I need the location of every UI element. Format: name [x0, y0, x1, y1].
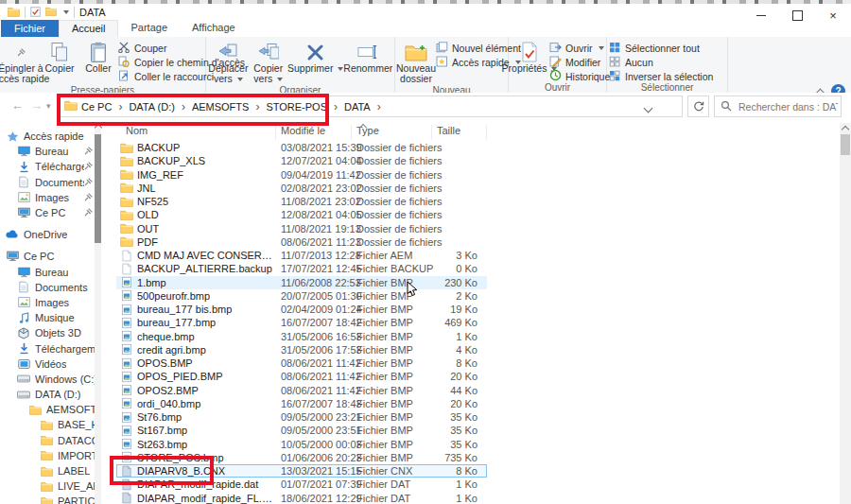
table-row[interactable]: IMG_REF 09/04/2019 11:42 Dossier de fich… [116, 168, 487, 182]
sidebar-item-documents[interactable]: Documents [0, 280, 95, 295]
scroll-up-icon[interactable] [842, 126, 849, 133]
table-row[interactable]: St263.bmp 10/05/2000 00:03 Fichier BMP 3… [116, 438, 487, 451]
sidebar-item-images[interactable]: Images [0, 295, 95, 310]
sidebar-item-live-aemsoi[interactable]: LIVE_AEMSOI [0, 478, 95, 494]
table-row[interactable]: DIAPAR_modif_rapide_FL.dat 18/06/2021 12… [116, 492, 487, 504]
cloud-icon [6, 229, 19, 241]
sidebar-scrollbar-thumb[interactable] [95, 134, 101, 243]
table-row[interactable]: 500peurofr.bmp 20/07/2005 01:30 Fichier … [116, 289, 487, 303]
table-row[interactable]: OLD 12/08/2021 04:05 Dossier de fichiers [116, 208, 487, 221]
sidebar-item-telechargeme[interactable]: Téléchargeme [0, 159, 95, 174]
table-row[interactable]: NF525 11/08/2021 23:02 Dossier de fichie… [116, 195, 487, 208]
file-name: OPOS2.BMP [137, 385, 281, 396]
column-header-taille[interactable]: Taille [437, 125, 460, 136]
table-row[interactable]: OPOS_PIED.BMP 08/06/2021 11:42 Fichier B… [116, 370, 487, 383]
filelist-scrollbar[interactable] [840, 123, 851, 504]
ribbon-group-organiser: Déplacervers Copiervers Supprimer Renomm… [206, 37, 395, 93]
deplacer-vers-button[interactable]: Déplacervers [208, 40, 249, 85]
coller-button[interactable]: Coller [79, 40, 117, 75]
search-box[interactable] [714, 96, 842, 117]
bmp-icon [116, 343, 137, 356]
folder-icon [40, 465, 53, 478]
sidebar-item-aemsofts[interactable]: AEMSOFTS [0, 402, 95, 417]
file-type: Fichier BMP [356, 357, 432, 369]
sidebar-item-label[interactable]: LABEL [0, 463, 95, 478]
sidebar-item-data-d[interactable]: DATA (D:) [0, 387, 95, 402]
table-row[interactable]: JNL 02/08/2021 23:02 Dossier de fichiers [116, 182, 487, 195]
tab-affichage[interactable]: Affichage [180, 20, 248, 37]
sidebar-item-telechargements[interactable]: Téléchargements [0, 340, 95, 356]
table-row[interactable]: BACKUP_ALTIERRE.backup 17/07/2021 12:45 … [116, 262, 487, 275]
table-row[interactable]: credit agri.bmp 31/05/2006 17:53 Fichier… [116, 343, 487, 356]
table-row[interactable]: bureau_177 bis.bmp 02/04/2009 01:24 Fich… [116, 303, 487, 316]
tab-partage[interactable]: Partage [118, 20, 180, 37]
table-row[interactable]: 1.bmp 11/06/2008 22:53 Fichier BMP 230 K… [116, 276, 487, 289]
renommer-button[interactable]: Renommer [344, 40, 392, 75]
sidebar-item-bureau[interactable]: Bureau [0, 265, 95, 280]
file-type: Fichier BMP [356, 439, 432, 450]
moveto-icon [217, 41, 238, 63]
sidebar-item-videos[interactable]: Vidéos [0, 356, 95, 372]
ouvrir-button[interactable]: Ouvrir [549, 42, 610, 54]
newitem-icon [436, 42, 448, 55]
file-modified: 11/08/2021 23:02 [281, 196, 356, 207]
sidebar-item-acces-rapide[interactable]: Accès rapide [0, 129, 95, 144]
folder-icon [40, 449, 53, 461]
recent-locations-icon[interactable]: ▾ [46, 101, 51, 111]
properties-check-icon[interactable] [30, 7, 41, 19]
column-header-modifie[interactable]: Modifié le [281, 125, 325, 136]
table-row[interactable]: BACKUP_XLS 12/07/2021 04:04 Dossier de f… [116, 154, 487, 167]
forward-button[interactable]: → [30, 98, 43, 113]
epingler-a-acces-rapide-button[interactable]: Épingler àAccès rapide [2, 40, 40, 85]
table-row[interactable]: OPOS2.BMP 08/06/2021 11:42 Fichier BMP 4… [116, 384, 487, 397]
filelist-scrollbar-thumb[interactable] [841, 134, 850, 155]
sidebar-item-importauto[interactable]: IMPORTAUTO [0, 448, 95, 463]
sidebar-item-images[interactable]: Images [0, 190, 95, 205]
copier-vers-button[interactable]: Copiervers [250, 40, 287, 85]
sidebar-item-base-hf[interactable]: BASE_HF [0, 417, 95, 432]
address-dropdown-icon[interactable] [644, 104, 653, 113]
proprietes-button[interactable]: Propriétés [511, 40, 548, 75]
table-row[interactable]: ordi_040.bmp 16/07/2007 18:43 Fichier BM… [116, 397, 487, 410]
file-type: Dossier de fichiers [356, 209, 432, 220]
selectionner-tout-button[interactable]: Sélectionner tout [609, 42, 713, 54]
historique-button[interactable]: Historique [549, 70, 610, 82]
inverser-la-selection-button[interactable]: Inverser la sélection [609, 70, 713, 82]
tab-fichier[interactable]: Fichier [1, 20, 59, 37]
nouveau-dossier-button[interactable]: Nouveaudossier [397, 40, 435, 85]
sidebar-item-ce-pc[interactable]: Ce PC [0, 205, 95, 220]
table-row[interactable]: bureau_177.bmp 16/07/2007 18:42 Fichier … [116, 316, 487, 329]
aucun-button[interactable]: Aucun [609, 56, 713, 68]
column-header-nom[interactable]: Nom [126, 125, 148, 136]
table-row[interactable]: St76.bmp 09/05/2000 23:21 Fichier BMP 35… [116, 410, 487, 424]
table-row[interactable]: St167.bmp 09/05/2000 23:51 Fichier BMP 3… [116, 424, 487, 437]
sidebar-item-objets-3d[interactable]: Objets 3D [0, 325, 95, 340]
copier-button[interactable]: Copier [41, 40, 78, 75]
sidebar-item-bureau[interactable]: Bureau [0, 144, 95, 159]
invertselection-icon [609, 70, 621, 83]
table-row[interactable]: BACKUP 03/08/2021 15:39 Dossier de fichi… [116, 141, 487, 154]
tab-accueil[interactable]: Accueil [59, 20, 118, 37]
supprimer-button[interactable]: Supprimer [288, 40, 343, 75]
sidebar-item-ce-pc[interactable]: Ce PC [0, 249, 95, 264]
sidebar-item-windows-c[interactable]: Windows (C:) [0, 372, 95, 387]
sidebar-item-musique[interactable]: Musique [0, 310, 95, 325]
sidebar-item-documents[interactable]: Documents [0, 175, 95, 190]
table-row[interactable]: OUT 11/08/2021 19:13 Dossier de fichiers [116, 222, 487, 235]
new-folder-icon[interactable] [45, 7, 57, 18]
copy-icon [50, 41, 69, 63]
sidebar-item-datacollec[interactable]: DATACOLLEC [0, 433, 95, 448]
sidebar-scrollbar[interactable] [95, 123, 101, 504]
search-input[interactable] [737, 100, 840, 113]
table-row[interactable]: CMD MAJ AVEC CONSERVATION MARGE... 11/07… [116, 249, 487, 262]
table-row[interactable]: PDF 08/06/2021 11:23 Dossier de fichiers [116, 235, 487, 249]
breadcrumb-data[interactable]: DATA [340, 101, 374, 113]
modifier-button[interactable]: Modifier [549, 56, 610, 68]
back-button[interactable]: ← [11, 98, 24, 113]
table-row[interactable]: OPOS.BMP 08/06/2021 11:42 Fichier BMP 8 … [116, 356, 487, 370]
table-row[interactable]: cheque.bmp 31/05/2006 16:53 Fichier BMP … [116, 330, 487, 343]
sidebar-item-onedrive[interactable]: OneDrive [0, 227, 95, 242]
sidebar-item-particulari[interactable]: PARTICULARI [0, 494, 95, 504]
refresh-button[interactable] [687, 96, 709, 117]
chevron-down-icon[interactable] [63, 10, 69, 14]
